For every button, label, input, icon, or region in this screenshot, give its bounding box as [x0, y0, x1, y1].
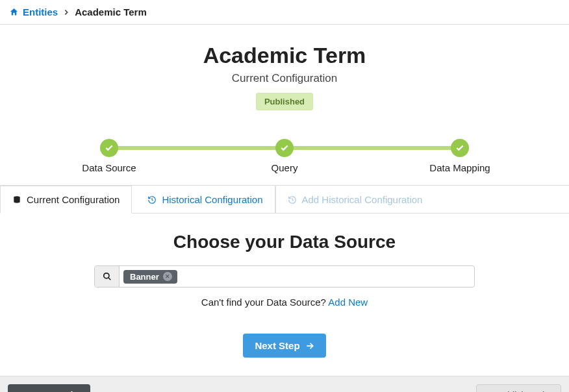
- step-data-mapping[interactable]: Data Mapping: [427, 139, 492, 173]
- chip-banner[interactable]: Banner ✕: [123, 270, 177, 284]
- check-icon: [451, 139, 469, 157]
- selected-chips[interactable]: Banner ✕: [120, 266, 474, 287]
- step-label: Data Mapping: [427, 162, 492, 173]
- chevron-right-icon: [63, 9, 70, 16]
- status-badge: Published: [256, 93, 313, 110]
- add-source-hint: Can't find your Data Source? Add New: [94, 297, 475, 308]
- next-step-button[interactable]: Next Step: [243, 334, 325, 358]
- hint-text: Can't find your Data Source?: [201, 297, 328, 308]
- arrow-right-icon: [305, 341, 314, 350]
- step-query[interactable]: Query: [252, 139, 317, 173]
- tab-label: Current Configuration: [27, 194, 120, 205]
- data-source-search[interactable]: Banner ✕: [94, 265, 475, 288]
- breadcrumb-current: Academic Term: [75, 6, 147, 18]
- tab-label: Add Historical Configuration: [302, 194, 423, 205]
- history-icon: [288, 195, 297, 204]
- page-title: Academic Term: [0, 43, 569, 68]
- add-new-link[interactable]: Add New: [328, 297, 368, 308]
- check-icon: [275, 139, 294, 157]
- search-icon[interactable]: [95, 266, 120, 287]
- reset-entity-button[interactable]: Reset Entity: [8, 384, 90, 392]
- page-header: Academic Term Current Configuration Publ…: [0, 25, 569, 122]
- section-title: Choose your Data Source: [0, 232, 569, 252]
- progress-stepper: Data Source Query Data Mapping: [77, 139, 492, 173]
- footer-bar: Reset Entity Unpublish Entity: [0, 376, 569, 392]
- page-subtitle: Current Configuration: [0, 72, 569, 85]
- step-label: Data Source: [77, 162, 142, 173]
- breadcrumb-link-entities[interactable]: Entities: [23, 6, 58, 18]
- history-icon: [147, 195, 157, 204]
- step-label: Query: [252, 162, 317, 173]
- check-icon: [100, 139, 118, 157]
- tab-add-historical-config: Add Historical Configuration: [275, 186, 435, 213]
- svg-point-1: [103, 273, 108, 278]
- close-icon[interactable]: ✕: [163, 272, 172, 281]
- chip-label: Banner: [130, 272, 159, 282]
- tab-label: Historical Configuration: [162, 194, 262, 205]
- unpublish-entity-button[interactable]: Unpublish Entity: [476, 384, 561, 392]
- step-data-source[interactable]: Data Source: [77, 139, 142, 173]
- breadcrumb: Entities Academic Term: [0, 0, 569, 25]
- tab-historical-config[interactable]: Historical Configuration: [136, 186, 275, 213]
- tab-current-config[interactable]: Current Configuration: [0, 186, 132, 214]
- button-label: Next Step: [255, 340, 299, 351]
- config-tabs: Current Configuration Historical Configu…: [0, 185, 569, 214]
- database-icon: [12, 195, 21, 204]
- home-icon[interactable]: [9, 7, 19, 17]
